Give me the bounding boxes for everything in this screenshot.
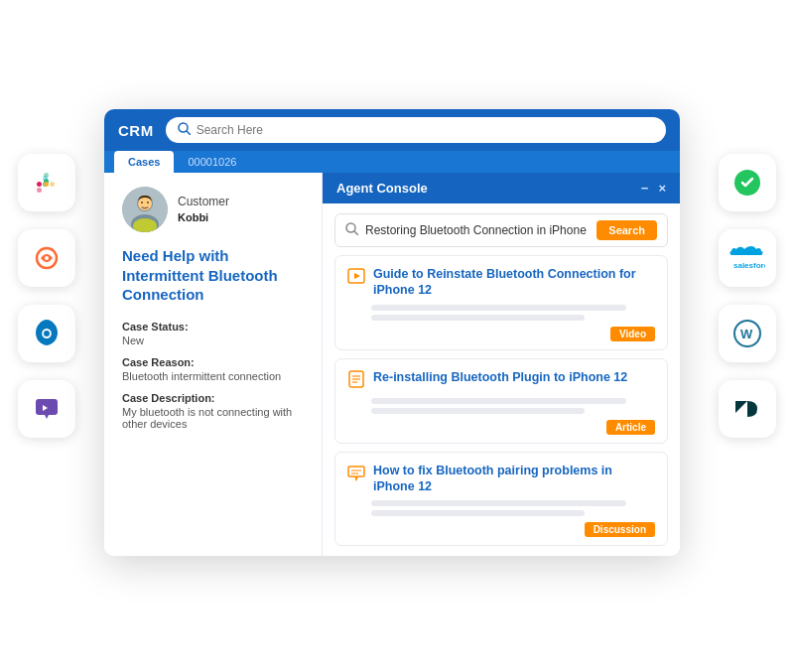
pipedrive-icon-box[interactable] bbox=[719, 154, 776, 211]
svg-rect-8 bbox=[50, 182, 55, 187]
case-description-label: Case Description: bbox=[122, 392, 304, 404]
growave-icon-box[interactable] bbox=[18, 229, 75, 287]
result-2-footer: Article bbox=[347, 420, 655, 435]
result-3-icon bbox=[347, 464, 365, 485]
result-card-1-top: Guide to Reinstate Bluetooth Connection … bbox=[347, 266, 655, 299]
case-description-field: Case Description: My bluetooth is not co… bbox=[122, 392, 304, 430]
result-3-footer: Discussion bbox=[347, 522, 655, 537]
svg-point-23 bbox=[147, 202, 149, 203]
case-status-value: New bbox=[122, 335, 304, 346]
result-card-2-top: Re-installing Bluetooth Plugin to iPhone… bbox=[347, 369, 655, 392]
close-button[interactable]: × bbox=[658, 181, 666, 196]
svg-rect-6 bbox=[44, 173, 49, 178]
console-search-icon bbox=[345, 221, 358, 239]
slack-icon-box[interactable] bbox=[18, 154, 75, 211]
agent-console-header: Agent Console − × bbox=[323, 173, 680, 203]
tab-cases[interactable]: Cases bbox=[114, 151, 174, 173]
result-card-3-top: How to fix Bluetooth pairing problems in… bbox=[347, 463, 655, 495]
console-search[interactable]: Search bbox=[334, 213, 668, 247]
minimize-button[interactable]: − bbox=[641, 181, 649, 196]
kustomer-icon-box[interactable] bbox=[18, 380, 75, 438]
case-description-value: My bluetooth is not connecting with othe… bbox=[122, 406, 304, 430]
svg-marker-28 bbox=[354, 273, 360, 279]
search-bar[interactable] bbox=[166, 117, 666, 143]
result-1-footer: Video bbox=[347, 327, 655, 341]
result-line bbox=[371, 398, 626, 404]
case-status-label: Case Status: bbox=[122, 321, 304, 333]
right-icon-group: salesforce W bbox=[719, 154, 776, 438]
result-3-badge: Discussion bbox=[585, 522, 655, 537]
svg-text:W: W bbox=[740, 327, 753, 341]
result-3-title: How to fix Bluetooth pairing problems in… bbox=[373, 463, 655, 495]
result-1-badge: Video bbox=[610, 327, 655, 341]
result-1-title: Guide to Reinstate Bluetooth Connection … bbox=[373, 266, 655, 299]
zendesk-icon-box[interactable] bbox=[719, 380, 776, 438]
agent-console-title: Agent Console bbox=[336, 181, 428, 196]
result-3-lines bbox=[347, 500, 655, 516]
result-line bbox=[371, 315, 585, 321]
crm-logo: CRM bbox=[118, 122, 154, 139]
svg-point-10 bbox=[45, 256, 49, 260]
svg-line-26 bbox=[354, 231, 358, 235]
customer-label: Customer bbox=[178, 194, 229, 210]
console-controls: − × bbox=[641, 181, 666, 196]
results-list: Guide to Reinstate Bluetooth Connection … bbox=[323, 255, 680, 556]
result-1-icon bbox=[347, 267, 365, 289]
case-reason-label: Case Reason: bbox=[122, 356, 304, 368]
customer-name: Kobbi bbox=[178, 210, 229, 225]
result-line bbox=[371, 305, 626, 311]
case-status-field: Case Status: New bbox=[122, 321, 304, 346]
result-1-lines bbox=[347, 305, 655, 321]
result-line bbox=[371, 408, 585, 414]
avatar bbox=[122, 187, 168, 232]
result-2-badge: Article bbox=[606, 420, 655, 435]
console-search-button[interactable]: Search bbox=[596, 220, 657, 240]
case-reason-value: Bluetooth intermittent connection bbox=[122, 370, 304, 382]
result-card-2[interactable]: Re-installing Bluetooth Plugin to iPhone… bbox=[334, 358, 668, 444]
salesforce-icon-box[interactable]: salesforce bbox=[719, 229, 776, 287]
svg-rect-2 bbox=[37, 188, 42, 193]
drupal-icon-box[interactable] bbox=[18, 305, 75, 362]
svg-point-11 bbox=[44, 331, 50, 336]
customer-info: Customer Kobbi bbox=[178, 194, 229, 225]
result-2-icon bbox=[347, 370, 365, 392]
svg-rect-1 bbox=[37, 182, 42, 187]
crm-tab-bar: Cases 00001026 bbox=[104, 151, 680, 173]
crm-body: Customer Kobbi Need Help with Intermitte… bbox=[104, 173, 680, 556]
case-reason-field: Case Reason: Bluetooth intermittent conn… bbox=[122, 356, 304, 382]
svg-point-22 bbox=[141, 202, 143, 203]
topbar-search-icon bbox=[178, 122, 191, 138]
result-card-1[interactable]: Guide to Reinstate Bluetooth Connection … bbox=[334, 255, 668, 350]
crm-topbar: CRM bbox=[104, 109, 680, 151]
console-search-input[interactable] bbox=[365, 223, 590, 237]
case-panel: Customer Kobbi Need Help with Intermitte… bbox=[104, 173, 323, 556]
svg-rect-7 bbox=[44, 182, 49, 187]
agent-console: Agent Console − × Search bbox=[323, 173, 680, 556]
left-icon-group bbox=[18, 154, 75, 438]
scene: salesforce W CRM bbox=[0, 0, 794, 672]
tab-case-id[interactable]: 00001026 bbox=[178, 151, 246, 173]
result-card-3[interactable]: How to fix Bluetooth pairing problems in… bbox=[334, 452, 668, 547]
topbar-search-input[interactable] bbox=[197, 123, 654, 137]
result-2-lines bbox=[347, 398, 655, 414]
case-header: Customer Kobbi bbox=[122, 187, 304, 232]
wordpress-icon-box[interactable]: W bbox=[719, 305, 776, 362]
result-line bbox=[371, 500, 626, 506]
result-line bbox=[371, 510, 585, 516]
result-2-title: Re-installing Bluetooth Plugin to iPhone… bbox=[373, 369, 627, 385]
case-title: Need Help with Intermittent Bluetooth Co… bbox=[122, 246, 304, 305]
svg-line-17 bbox=[187, 131, 191, 135]
svg-text:salesforce: salesforce bbox=[733, 261, 765, 270]
crm-window: CRM Cases 00001026 bbox=[104, 109, 680, 556]
